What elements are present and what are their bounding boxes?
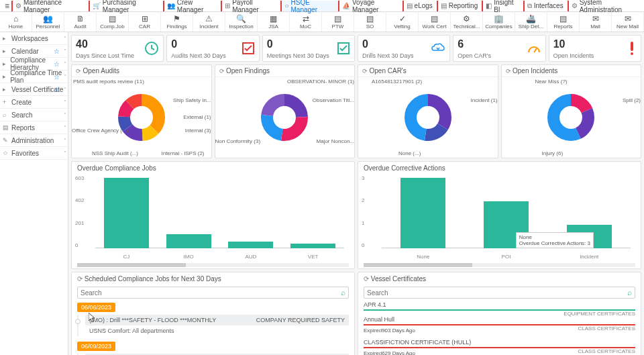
tab-purchasing[interactable]: 🛒Purchasing Manager [90,1,163,11]
toolbar-ptw[interactable]: ▤PTW [322,12,354,32]
tab-payroll[interactable]: ⊞Payroll Manager [222,1,280,11]
toolbar-moc[interactable]: ⇄MoC [290,12,322,32]
toolbar-reports[interactable]: ▤Reports [547,12,580,32]
sidebar-compliancetimeplan[interactable]: ▸Compliance Time Plan☆˅ [0,70,68,83]
kpi-dayssincelosttime[interactable]: 40Days Since Lost Time [71,35,164,62]
sidebar-workspaces[interactable]: ▸Workspaces˅ [0,32,68,45]
date-tag: 06/09/2023 [77,342,115,351]
cert-row[interactable]: Annual Hull Expired903 Days AgoCLASS CER… [364,315,635,336]
sidebar-reports[interactable]: ▤Reports˅ [0,121,68,134]
svg-rect-4 [631,42,633,51]
kpi-row: 40Days Since Lost Time0Audits Next 30 Da… [68,32,644,64]
mouse-cursor-icon [89,313,97,323]
open-findings-chart [258,91,311,144]
cert-title: ⟳ Vessel Certificates [358,272,641,285]
job-row[interactable]: (IMO) : Drill ***SAFETY - FLOOD ***MONTH… [85,315,349,325]
toolbar-findings[interactable]: ⚑Findings [161,12,193,32]
toolbar-incident[interactable]: ⚠Incident [193,12,225,32]
sidebar-create[interactable]: +Create˅ [0,96,68,109]
open-cars-chart [401,91,455,144]
toolbar-compjob[interactable]: ▤Comp.Job [97,12,129,32]
tab-crew[interactable]: 👥Crew Manager [164,1,221,11]
kpi-openincidents[interactable]: 10Open Incidents [549,35,641,62]
kpi-auditsnextdays[interactable]: 0Audits Next 30 Days [166,35,259,62]
sidebar-vesselcertificate[interactable]: ▸Vessel Certificate☆˅ [0,83,68,96]
tab-insight[interactable]: ◧Insight BI [483,1,523,11]
tab-maintenance[interactable]: ⚙Maintenance Manager [13,1,89,11]
kpi-opencars[interactable]: 6Open CAR's [453,35,545,62]
tab-reporting[interactable]: ▤Reporting [438,1,482,11]
toolbar-so[interactable]: ▤SO [354,12,386,32]
overdue-compliance-card: Overdue Compliance Jobs 0201402603CJIMOA… [71,161,355,269]
svg-line-3 [534,48,537,52]
search-icon[interactable]: ⌕ [341,288,345,297]
cert-search[interactable]: ⌕ [364,287,635,299]
tab-elogs[interactable]: ▤eLogs [404,1,437,11]
open-incidents-chart [544,91,598,144]
kpi-meetingsnextdays[interactable]: 0Meetings Next 30 Days [262,35,355,62]
toolbar-vetting[interactable]: ✓Vetting [386,12,419,32]
toolbar-companies[interactable]: 🏢Companies [483,12,515,32]
open-audits-title: Open Audits [72,65,211,77]
toolbar: ⌂Home👥Personnel🗎Audit▤Comp.Job⊞CAR⚑Findi… [0,12,644,32]
sidebar-administration[interactable]: ✎Administration˅ [0,134,68,147]
toolbar-shipdet[interactable]: 🚢Ship Det... [515,12,547,32]
search-icon[interactable]: ⌕ [627,288,632,297]
menu-icon[interactable]: ≡ [3,1,11,11]
cert-row[interactable]: CLASSIFICTION CERTIFICATE (HULL) Expired… [364,338,635,355]
scroll-x[interactable] [77,263,349,267]
date-tag: 06/06/2023 [77,303,115,312]
open-audits-chart [115,91,168,144]
scheduled-title: ⟳ Scheduled Compliance Jobs for Next 30 … [72,272,354,285]
scheduled-jobs-card: ⟳ Scheduled Compliance Jobs for Next 30 … [71,272,355,355]
tab-hsqe[interactable]: ○HSQE Manager [282,1,337,11]
sidebar: ▸Workspaces˅▸Calendar☆˅▸Compliance Hiera… [0,32,68,355]
kpi-drillsnextdays[interactable]: 0Drills Next 30 Days [358,35,450,62]
scheduled-search[interactable]: ⌕ [77,287,349,299]
toolbar-mail[interactable]: ✉Mail [580,12,612,32]
vessel-certificates-card: ⟳ Vessel Certificates ⌕ APR 4.1EQUIPMENT… [358,272,641,355]
chart-tooltip: NoneOverdue Corrective Actions: 3 [516,232,594,248]
toolbar-car[interactable]: ⊞CAR [129,12,161,32]
toolbar-workcert[interactable]: ▤Work Cert [419,12,451,32]
svg-point-5 [631,52,633,55]
overdue-corrective-card: Overdue Corrective Actions 0123NonePOIIn… [358,161,641,269]
toolbar-inspection[interactable]: 🔍Inspection [225,12,258,32]
toolbar-technical[interactable]: ⚙Technical... [451,12,483,32]
tab-voyage[interactable]: ⛵Voyage Manager [339,1,402,11]
toolbar-audit[interactable]: 🗎Audit [64,12,97,32]
toolbar-home[interactable]: ⌂Home [0,12,32,32]
toolbar-jsa[interactable]: ▦JSA [258,12,290,32]
tab-sysadmin[interactable]: ⚙System Administration [569,1,644,11]
open-cars-title: Open CAR's [358,65,498,77]
open-findings-title: Open Findings [215,65,355,77]
tab-interfaces[interactable]: ⧉Interfaces [525,1,568,11]
cert-row[interactable]: APR 4.1EQUIPMENT CERTIFICATES [364,300,635,313]
scroll-x[interactable] [364,263,635,267]
toolbar-newmail[interactable]: ✉New Mail [612,12,644,32]
sidebar-favorites[interactable]: ☆Favorites˅ [0,147,68,160]
sidebar-search[interactable]: ⌕Search˅ [0,109,68,121]
open-incidents-title: Open Incidents [502,65,641,77]
toolbar-personnel[interactable]: 👥Personnel [32,12,64,32]
